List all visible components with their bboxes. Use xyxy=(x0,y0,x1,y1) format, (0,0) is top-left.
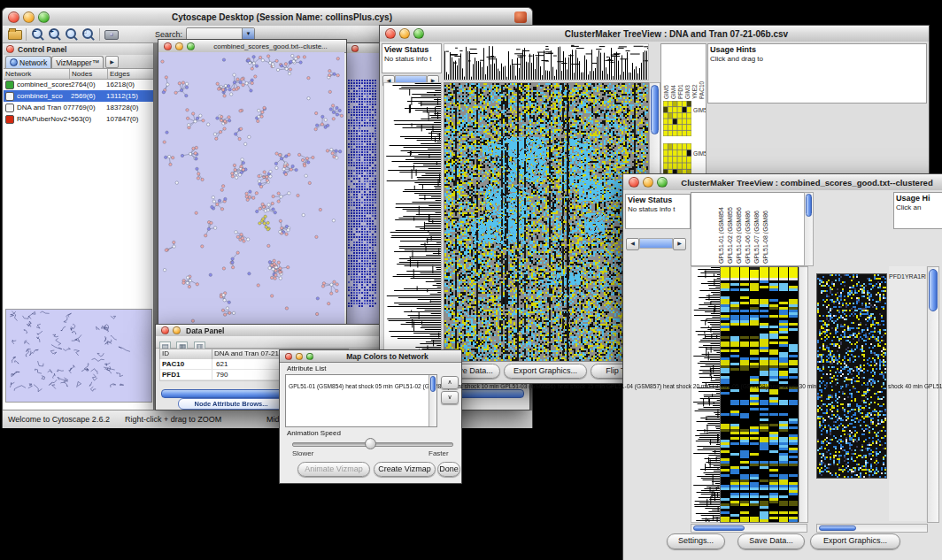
close-button[interactable] xyxy=(385,28,396,39)
close-button[interactable] xyxy=(161,326,169,334)
control-panel-titlebar: Control Panel xyxy=(4,43,153,56)
network-edges: 16218(0) xyxy=(106,79,153,90)
background-network-canvas[interactable] xyxy=(346,53,380,328)
export-graphics-button[interactable]: Export Graphics... xyxy=(810,533,900,549)
treeview2-content: View Status No status info t ◀ ▶ GPL51-0… xyxy=(623,190,942,560)
close-button[interactable] xyxy=(164,42,172,50)
network-name: DNA and Tran 07- xyxy=(17,102,71,113)
zoom-in-icon[interactable]: + xyxy=(46,26,63,42)
network-list-row[interactable]: RNAPuberNov2+563(0)107847(0) xyxy=(4,113,153,125)
minimize-button[interactable] xyxy=(175,42,183,50)
heatmap-vscrollbar[interactable] xyxy=(799,266,808,523)
done-button[interactable]: Done xyxy=(437,462,460,477)
settings-button[interactable]: Settings... xyxy=(667,533,725,549)
vscrollbar-thumb[interactable] xyxy=(651,85,659,134)
heatmap-hscrollbar[interactable] xyxy=(691,524,807,533)
export-graphics-button[interactable]: Export Graphics... xyxy=(504,364,587,379)
move-up-button[interactable]: ∧ xyxy=(441,376,459,389)
attribute-list-item[interactable]: GPL51-04 (GSM857) heat shock 20 min xyxy=(605,383,711,389)
treeview2-titlebar: ClusterMaker TreeView : combined_scores_… xyxy=(623,174,942,191)
summary-column-label: YKE2 xyxy=(691,46,698,99)
network-list-row[interactable]: DNA and Tran 07-7769(0)183728(0) xyxy=(4,102,153,113)
zoom-out-icon[interactable]: − xyxy=(29,26,46,42)
close-button[interactable] xyxy=(351,45,359,52)
tab-vizmapper[interactable]: VizMapper™ xyxy=(51,56,104,68)
summary-row-labels: GIM5GIM4PFD1GIM3YKE2PAC10 xyxy=(693,100,706,116)
zoom-button[interactable] xyxy=(187,42,195,50)
close-button[interactable] xyxy=(8,12,19,23)
heatmap-canvas[interactable] xyxy=(720,266,799,523)
nav-scrollbar[interactable] xyxy=(639,238,673,249)
minimize-button[interactable] xyxy=(643,177,653,188)
control-panel-close-button[interactable] xyxy=(6,45,14,53)
slower-label: Slower xyxy=(292,449,313,457)
scroll-left-button[interactable]: ◀ xyxy=(626,238,639,250)
list-vscrollbar[interactable] xyxy=(429,375,436,426)
background-network-window xyxy=(345,42,382,331)
zoom-button[interactable] xyxy=(306,353,313,360)
zoom-fit-icon[interactable] xyxy=(63,26,80,42)
heatmap-column-label: GPL51-06 (GSM86 xyxy=(745,195,751,264)
zoom-button[interactable] xyxy=(38,12,50,23)
close-button[interactable] xyxy=(629,177,639,188)
summary-column-label: GIM4 xyxy=(670,46,676,99)
attribute-list-item[interactable]: GPL51-05 (GSM858) heat shock 30 min xyxy=(711,383,817,389)
gene-label[interactable]: PFD1 xyxy=(889,273,905,280)
treeview2-window: ClusterMaker TreeView : combined_scores_… xyxy=(622,173,942,560)
attribute-list-label: Attribute List xyxy=(287,364,326,372)
snapshot-icon[interactable] xyxy=(103,26,120,42)
thumbnail-hscrollbar[interactable] xyxy=(816,524,928,533)
secondary-heatmap-thumbnail[interactable] xyxy=(816,273,887,479)
attribute-list-item[interactable]: GPL51-07 (GSM860) heat shock 40 min xyxy=(816,383,923,389)
animation-speed-slider-thumb[interactable] xyxy=(365,438,376,449)
network-list-row[interactable]: combined_scores2764(0)16218(0) xyxy=(4,79,153,90)
gene-list-vscrollbar[interactable] xyxy=(927,266,939,523)
heatmap-canvas[interactable] xyxy=(444,82,649,362)
summary-row-label: GIM5 xyxy=(693,150,706,157)
scroll-right-button[interactable]: ▶ xyxy=(673,238,686,250)
network-tab-globe-icon xyxy=(10,58,18,66)
row-dendrogram-canvas[interactable] xyxy=(383,82,442,362)
minimize-button[interactable] xyxy=(399,28,410,39)
tab-overflow-button[interactable]: ▶ xyxy=(105,56,119,68)
minimize-button[interactable] xyxy=(173,326,181,334)
gene-label[interactable]: RNR4 xyxy=(921,273,926,280)
move-down-button[interactable]: ∨ xyxy=(441,391,459,404)
zoom-selected-icon[interactable]: □ xyxy=(80,26,97,42)
zoom-button[interactable] xyxy=(413,28,424,39)
tab-network[interactable]: Network xyxy=(5,56,51,68)
column-labels-panel: GPL51-01 (GSM854GPL51-02 (GSM855GPL51-03… xyxy=(691,192,805,266)
network-view-canvas[interactable] xyxy=(158,52,344,328)
node-attribute-browser-tab[interactable]: Node Attribute Brows... xyxy=(178,398,284,410)
zoom-button[interactable] xyxy=(657,177,668,188)
network-overview-thumbnail[interactable] xyxy=(5,309,152,403)
column-dendrogram-canvas[interactable] xyxy=(444,43,649,81)
attribute-list-item[interactable]: GPL51-01 (GSM854) heat shock 05 min xyxy=(287,383,393,389)
vscrollbar-thumb[interactable] xyxy=(806,194,812,217)
heatmap-column-label: GPL51-08 (GSM86 xyxy=(762,195,768,264)
labels-vscrollbar[interactable] xyxy=(804,192,814,266)
hscrollbar-thumb[interactable] xyxy=(693,525,745,531)
save-data-button[interactable]: Save Data... xyxy=(737,533,805,549)
network-list-row[interactable]: combined_sco2569(6)13112(15) xyxy=(4,90,153,102)
attribute-list[interactable]: GPL51-01 (GSM854) heat shock 05 minGPL51… xyxy=(285,374,437,427)
gene-label[interactable]: YRA1 xyxy=(905,273,921,280)
status-welcome: Welcome to Cytoscape 2.6.2 xyxy=(8,415,110,424)
minimize-button[interactable] xyxy=(296,353,303,360)
attribute-list-item[interactable]: GPL51-08 (GSM868) heat shock 60 min xyxy=(923,383,942,389)
network-icon xyxy=(5,115,14,124)
summary-matrix-canvas[interactable] xyxy=(663,101,691,136)
treeview1-title: ClusterMaker TreeView : DNA and Tran 07-… xyxy=(424,29,929,39)
summary-column-label: GIM5 xyxy=(663,46,669,99)
row-dendrogram-canvas[interactable] xyxy=(691,266,721,523)
minimize-button[interactable] xyxy=(23,12,35,23)
close-button[interactable] xyxy=(285,353,292,360)
vscrollbar-thumb[interactable] xyxy=(430,376,436,392)
open-session-icon[interactable] xyxy=(6,26,23,42)
hscrollbar-thumb[interactable] xyxy=(819,525,856,531)
attribute-list-item[interactable]: GPL51-03 (GSM856) heat shock 15 min xyxy=(498,383,605,389)
control-panel-title: Control Panel xyxy=(18,45,66,54)
summary-row-label: GIM5 xyxy=(693,107,706,113)
create-vizmap-button[interactable]: Create Vizmap xyxy=(374,462,436,477)
vscrollbar-thumb[interactable] xyxy=(929,269,938,311)
